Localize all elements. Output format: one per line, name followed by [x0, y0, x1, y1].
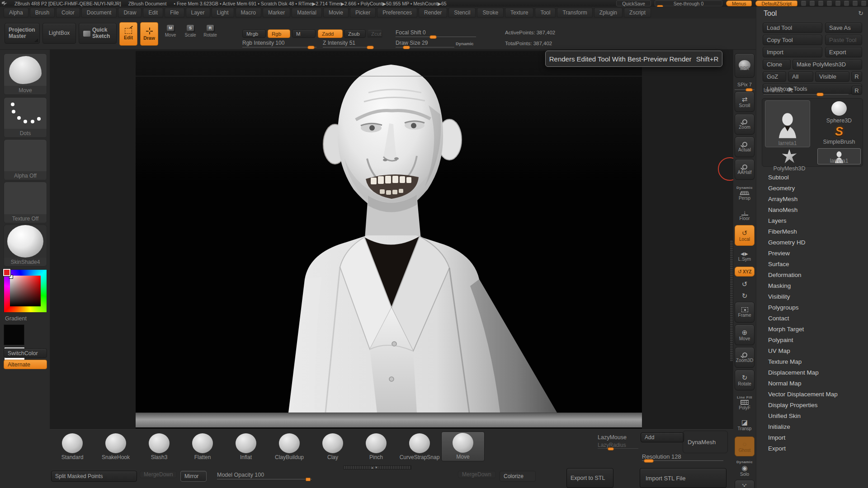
import-stl-button[interactable]: Import STL File	[640, 468, 726, 488]
edit-mode-button[interactable]: Edit	[119, 22, 137, 46]
zsub-button[interactable]: Zsub	[344, 29, 366, 38]
draw-size-handle[interactable]	[403, 46, 410, 49]
tool-section-header[interactable]: Contact	[756, 313, 868, 324]
tool-section-header[interactable]: Morph Target	[756, 324, 868, 335]
tool-section-header[interactable]: Masking	[756, 281, 868, 291]
current-color-swatch[interactable]	[3, 269, 10, 276]
zbrush-document[interactable]	[136, 51, 642, 428]
menu-item[interactable]: Document	[81, 8, 117, 18]
tool-section-header[interactable]: Import	[756, 432, 868, 443]
menu-item[interactable]: Stencil	[448, 8, 476, 18]
rotate-mode-button[interactable]: R Rotate	[203, 25, 218, 44]
tool-section-header[interactable]: ArrayMesh	[756, 194, 868, 205]
colorize-button[interactable]: Colorize	[500, 471, 536, 482]
zoom-button[interactable]: Zoom	[735, 114, 755, 135]
tool-section-header[interactable]: UV Map	[756, 346, 868, 357]
tool-section-header[interactable]: NanoMesh	[756, 205, 868, 216]
current-tool-thumbnail[interactable]: larreta1	[765, 100, 810, 147]
dynamesh-add-button[interactable]: Add	[641, 432, 684, 442]
mergedown-right-button[interactable]: MergeDown	[458, 471, 496, 478]
menu-item[interactable]: Tool	[535, 8, 556, 18]
tool-section-header[interactable]: Surface	[756, 259, 868, 270]
move3d-button[interactable]: ⊕ Move	[735, 324, 755, 345]
tool-section-header[interactable]: Displacement Map	[756, 367, 868, 378]
draw-mode-button[interactable]: Draw	[140, 22, 158, 46]
m-button[interactable]: M	[292, 29, 316, 38]
quick-sketch-button[interactable]: Quick Sketch	[79, 23, 117, 44]
tool-section-header[interactable]: Subtool	[756, 172, 868, 183]
quicksave-button[interactable]: QuickSave	[616, 0, 651, 6]
tool-section-header[interactable]: Vector Displacement Map	[756, 389, 868, 400]
recent-tool-thumbnail[interactable]: larreta1	[817, 148, 861, 164]
frame-button[interactable]: Frame	[735, 302, 755, 323]
paste-tool-button[interactable]: Paste Tool	[825, 35, 862, 45]
brush-item[interactable]: Slash3	[137, 432, 181, 461]
menu-item[interactable]: Brush	[30, 8, 55, 18]
alternate-button[interactable]: Alternate	[4, 360, 47, 369]
export-tool-button[interactable]: Export	[825, 47, 862, 57]
menu-item[interactable]: Draw	[118, 8, 142, 18]
active-tool-slider[interactable]: larreta1. 41	[764, 87, 849, 95]
draw-size-slider[interactable]: Draw Size 29	[396, 40, 454, 48]
goz-all-button[interactable]: All	[788, 71, 813, 82]
move-mode-button[interactable]: M Move	[163, 25, 178, 44]
rgb-intensity-slider[interactable]: Rgb Intensity 100	[242, 40, 316, 48]
spix-slider[interactable]: SPix 7	[735, 79, 755, 90]
load-tool-button[interactable]: Load Tool	[763, 23, 822, 33]
scale-mode-button[interactable]: S Scale	[183, 25, 198, 44]
tool-section-header[interactable]: Geometry	[756, 183, 868, 194]
local-button[interactable]: ↺ Local	[735, 225, 755, 246]
spin-left-button[interactable]: ↺	[735, 278, 755, 289]
tool-r-button[interactable]: R	[851, 86, 862, 95]
titlebar-mini-icon[interactable]	[810, 1, 815, 6]
tool-section-header[interactable]: Polypaint	[756, 335, 868, 346]
ghost-button[interactable]: ◌ Ghost	[735, 436, 755, 456]
canvas-right-scrollbar[interactable]	[730, 239, 733, 361]
zcut-button[interactable]: Zcut	[367, 29, 382, 38]
zadd-button[interactable]: Zadd	[318, 29, 343, 38]
model-opacity-slider[interactable]: Model Opacity 100	[217, 472, 312, 480]
persp-button[interactable]: Dynamic Persp	[735, 183, 755, 203]
menu-item[interactable]: Edit	[143, 8, 163, 18]
menu-item[interactable]: Marker	[263, 8, 290, 18]
import-tool-button[interactable]: Import	[763, 47, 822, 57]
scroll-button[interactable]: ⇄ Scroll	[735, 91, 755, 112]
menu-item[interactable]: Alpha	[4, 8, 28, 18]
tool-section-header[interactable]: Geometry HD	[756, 237, 868, 248]
rotate3d-button[interactable]: ↻ Rotate	[735, 370, 755, 390]
titlebar-mini-icon[interactable]	[801, 1, 806, 6]
focal-shift-slider[interactable]: Focal Shift 0	[396, 29, 476, 38]
material-selector[interactable]: SkinShade4	[4, 225, 47, 267]
titlebar-mini-icon[interactable]	[827, 1, 832, 6]
titlebar-mini-icon[interactable]	[844, 1, 849, 6]
menu-item[interactable]: Layer	[186, 8, 210, 18]
split-masked-points-button[interactable]: Split Masked Points	[51, 471, 137, 482]
menus-toggle[interactable]: Menus	[726, 0, 752, 6]
solo-button[interactable]: Dynamic ◉ Solo	[735, 458, 755, 478]
mrgb-button[interactable]: Mrgb	[242, 29, 266, 38]
brush-item[interactable]: SnakeHook	[94, 432, 137, 461]
export-stl-button[interactable]: Export to STL	[566, 468, 613, 488]
primary-color-swatch[interactable]	[4, 324, 24, 345]
menu-item[interactable]: Light	[212, 8, 234, 18]
lazyradius-handle[interactable]	[608, 447, 614, 450]
make-polymesh3d-button[interactable]: Make PolyMesh3D	[793, 59, 862, 70]
tool-section-header[interactable]: Initialize	[756, 422, 868, 432]
xpose-button[interactable]: ↔↔ Xpose	[735, 480, 755, 488]
lightbox-button[interactable]: LightBox	[42, 23, 76, 44]
actual-button[interactable]: Actual	[735, 136, 755, 157]
menu-item[interactable]: Macro	[236, 8, 261, 18]
goz-visible-button[interactable]: Visible	[815, 71, 849, 82]
bpr-render-button[interactable]: BPR	[735, 53, 755, 78]
lazyradius-slider[interactable]: LazyRadius	[598, 442, 638, 449]
brush-item[interactable]: Pinch	[354, 432, 398, 461]
default-zscript-button[interactable]: DefaultZScript	[755, 0, 797, 6]
texture-selector[interactable]: Texture Off	[4, 182, 47, 223]
menu-item[interactable]: Zplugin	[594, 8, 623, 18]
alpha-selector[interactable]: Alpha Off	[4, 139, 47, 180]
goz-r-button[interactable]: R	[851, 71, 862, 82]
menu-item[interactable]: Render	[419, 8, 447, 18]
sphere3d-tool[interactable]: Sphere3D	[817, 101, 861, 124]
brush-item[interactable]: Standard	[51, 432, 94, 461]
rgb-button[interactable]: Rgb	[268, 29, 290, 38]
